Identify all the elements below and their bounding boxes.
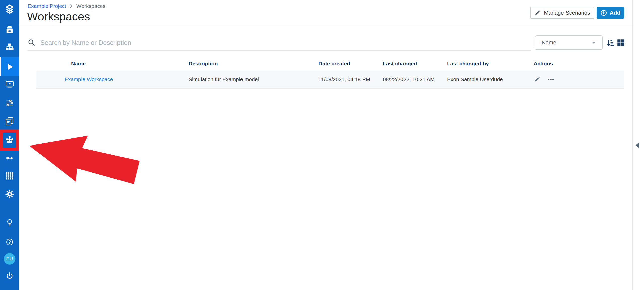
network-icon: [5, 135, 14, 145]
pencil-icon: [534, 10, 540, 16]
sliders-icon: [5, 98, 15, 108]
workspaces-table: Name Description Date created Last chang…: [36, 57, 624, 89]
avatar: EU: [4, 253, 15, 265]
sidebar-item-simulation-active[interactable]: [0, 57, 19, 76]
pencil-icon: [534, 76, 540, 83]
transition-arrow-icon: [5, 153, 14, 163]
lightbulb-icon: [5, 218, 14, 228]
workspace-description: Simulation für Example model: [189, 76, 318, 82]
edit-workspace-button[interactable]: [534, 76, 540, 83]
search-input[interactable]: [40, 39, 531, 47]
chevron-down-icon: [591, 40, 597, 46]
sidebar-item-settings[interactable]: [3, 188, 16, 200]
grid-view-icon: [616, 38, 625, 47]
breadcrumb-current: Workspaces: [76, 3, 105, 9]
manage-scenarios-label: Manage Scenarios: [544, 10, 590, 16]
add-label: Add: [610, 10, 620, 16]
column-header-date-created: Date created: [318, 61, 383, 67]
sidebar-item-tables[interactable]: [3, 170, 16, 182]
page-title: Workspaces: [27, 10, 90, 23]
sort-amount-icon: [606, 39, 614, 47]
red-annotation-arrow: [15, 121, 166, 191]
sidebar-item-archive[interactable]: [3, 24, 16, 36]
workspace-name-link[interactable]: Example Workspace: [65, 76, 113, 82]
breadcrumb-project-link[interactable]: Example Project: [28, 3, 66, 9]
layers-logo-icon: [4, 4, 15, 15]
grid-view-button[interactable]: [616, 38, 625, 47]
table-row: Example Workspace Simulation für Example…: [36, 71, 624, 89]
video-player-icon: [5, 79, 15, 89]
column-header-name: Name: [36, 61, 189, 67]
table-header-row: Name Description Date created Last chang…: [36, 57, 624, 71]
sidebar-item-org-chart[interactable]: [3, 41, 16, 54]
workspaces-page: ? EU Example Project Workspaces Workspac…: [0, 0, 644, 290]
sidebar-item-pages[interactable]: [3, 115, 16, 128]
sidebar-item-video-player[interactable]: [3, 78, 16, 90]
pages-icon: [5, 116, 15, 126]
column-header-description: Description: [189, 61, 318, 67]
sort-by-select[interactable]: Name: [535, 35, 603, 50]
svg-text:?: ?: [8, 240, 11, 245]
manage-scenarios-button[interactable]: Manage Scenarios: [530, 7, 594, 19]
search-icon: [28, 39, 36, 47]
workspace-date-created: 11/08/2021, 04:18 PM: [318, 76, 383, 82]
app-logo[interactable]: [3, 3, 16, 16]
column-header-last-changed-by: Last changed by: [447, 61, 534, 67]
sidebar-item-help[interactable]: ?: [3, 236, 16, 248]
sidebar-item-tips[interactable]: [3, 217, 16, 229]
org-chart-icon: [5, 42, 15, 53]
row-actions: [534, 76, 624, 83]
avatar-initials: EU: [6, 256, 13, 262]
breadcrumb: Example Project Workspaces: [28, 2, 105, 10]
ellipsis-icon: [547, 76, 555, 83]
workspace-last-changed-by: Exon Sample Userdude: [447, 76, 534, 82]
sidebar: ? EU: [0, 0, 19, 290]
sort-by-value: Name: [542, 39, 591, 46]
help-icon: ?: [5, 237, 15, 247]
sidebar-item-logout[interactable]: [3, 270, 16, 282]
grid-icon: [5, 171, 15, 181]
play-icon: [4, 62, 15, 72]
search-bar: [28, 35, 531, 51]
sidebar-item-network[interactable]: [3, 134, 16, 146]
archive-icon: [5, 25, 15, 35]
add-button[interactable]: Add: [597, 7, 624, 19]
more-actions-button[interactable]: [547, 76, 555, 83]
sort-direction-button[interactable]: [605, 38, 615, 48]
collapse-panel-arrow-icon[interactable]: [636, 142, 639, 148]
sidebar-item-parameters[interactable]: [3, 97, 16, 109]
column-header-last-changed: Last changed: [383, 61, 447, 67]
workspace-last-changed: 08/22/2022, 10:31 AM: [383, 76, 447, 82]
user-avatar[interactable]: EU: [3, 253, 16, 265]
column-header-actions: Actions: [534, 61, 624, 67]
header-divider: [19, 25, 632, 25]
plus-circle-icon: [600, 10, 607, 16]
gear-icon: [5, 189, 15, 199]
right-panel-divider: [632, 0, 633, 290]
chevron-right-icon: [69, 4, 74, 9]
power-icon: [5, 271, 15, 281]
sidebar-item-transitions[interactable]: [3, 152, 16, 164]
